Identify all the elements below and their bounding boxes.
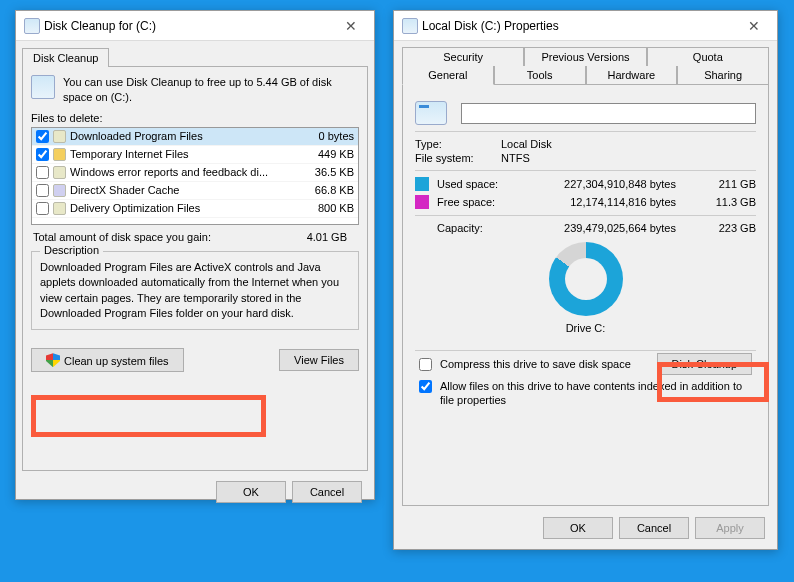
type-label: Type: — [415, 138, 501, 150]
tab-strip: SecurityPrevious VersionsQuota GeneralTo… — [402, 47, 769, 85]
tab-disk-cleanup[interactable]: Disk Cleanup — [22, 48, 109, 67]
file-icon — [53, 166, 66, 179]
capacity-label: Capacity: — [437, 222, 517, 234]
type-value: Local Disk — [501, 138, 756, 150]
view-files-button[interactable]: View Files — [279, 349, 359, 371]
file-size: 449 KB — [294, 148, 354, 160]
file-name: Delivery Optimization Files — [70, 202, 294, 214]
free-swatch — [415, 195, 429, 209]
dialog-footer: OK Cancel Apply — [394, 507, 777, 549]
compress-checkbox[interactable] — [419, 358, 432, 371]
titlebar: Disk Cleanup for (C:) ✕ — [16, 11, 374, 41]
total-value: 4.01 GB — [211, 231, 357, 243]
file-icon — [53, 184, 66, 197]
drive-name-input[interactable] — [461, 103, 756, 124]
disk-cleanup-dialog: Disk Cleanup for (C:) ✕ Disk Cleanup You… — [15, 10, 375, 500]
tab-sharing[interactable]: Sharing — [677, 66, 769, 85]
used-gb: 211 GB — [696, 178, 756, 190]
file-name: Windows error reports and feedback di... — [70, 166, 294, 178]
close-icon[interactable]: ✕ — [336, 11, 366, 41]
used-bytes: 227,304,910,848 bytes — [517, 178, 696, 190]
intro-row: You can use Disk Cleanup to free up to 5… — [31, 75, 359, 106]
tab-previous-versions[interactable]: Previous Versions — [524, 47, 646, 66]
filesystem-value: NTFS — [501, 152, 756, 164]
tab-quota[interactable]: Quota — [647, 47, 769, 66]
file-size: 66.8 KB — [294, 184, 354, 196]
dialog-footer: OK Cancel — [16, 471, 374, 513]
cancel-button[interactable]: Cancel — [292, 481, 362, 503]
file-checkbox[interactable] — [36, 184, 49, 197]
intro-text: You can use Disk Cleanup to free up to 5… — [63, 75, 359, 106]
cancel-button[interactable]: Cancel — [619, 517, 689, 539]
drive-icon — [402, 18, 418, 34]
ok-button[interactable]: OK — [543, 517, 613, 539]
filesystem-label: File system: — [415, 152, 501, 164]
drive-properties-dialog: Local Disk (C:) Properties ✕ SecurityPre… — [393, 10, 778, 550]
file-size: 800 KB — [294, 202, 354, 214]
disk-cleanup-button[interactable]: Disk Cleanup — [657, 353, 752, 375]
file-row[interactable]: Temporary Internet Files449 KB — [32, 146, 358, 164]
file-row[interactable]: Windows error reports and feedback di...… — [32, 164, 358, 182]
files-to-delete-label: Files to delete: — [31, 112, 359, 124]
free-label: Free space: — [437, 196, 517, 208]
free-bytes: 12,174,114,816 bytes — [517, 196, 696, 208]
large-drive-icon — [415, 101, 447, 125]
cleanup-system-files-button[interactable]: Clean up system files — [31, 348, 184, 372]
tab-general[interactable]: General — [402, 66, 494, 85]
capacity-gb: 223 GB — [696, 222, 756, 234]
total-label: Total amount of disk space you gain: — [33, 231, 211, 243]
file-name: Temporary Internet Files — [70, 148, 294, 160]
file-size: 36.5 KB — [294, 166, 354, 178]
description-text: Downloaded Program Files are ActiveX con… — [40, 260, 350, 322]
description-legend: Description — [40, 244, 103, 256]
file-row[interactable]: DirectX Shader Cache66.8 KB — [32, 182, 358, 200]
apply-button[interactable]: Apply — [695, 517, 765, 539]
usage-pie-chart — [549, 242, 623, 316]
file-row[interactable]: Downloaded Program Files0 bytes — [32, 128, 358, 146]
file-checkbox[interactable] — [36, 130, 49, 143]
ok-button[interactable]: OK — [216, 481, 286, 503]
close-icon[interactable]: ✕ — [739, 11, 769, 41]
capacity-bytes: 239,479,025,664 bytes — [517, 222, 696, 234]
tab-security[interactable]: Security — [402, 47, 524, 66]
file-size: 0 bytes — [294, 130, 354, 142]
general-tab-panel: Type:Local Disk File system:NTFS Used sp… — [402, 84, 769, 506]
file-list[interactable]: Downloaded Program Files0 bytesTemporary… — [31, 127, 359, 225]
window-title: Local Disk (C:) Properties — [418, 19, 739, 33]
drive-icon — [24, 18, 40, 34]
drive-name-row — [415, 101, 756, 125]
titlebar: Local Disk (C:) Properties ✕ — [394, 11, 777, 41]
tab-hardware[interactable]: Hardware — [586, 66, 678, 85]
file-icon — [53, 130, 66, 143]
file-checkbox[interactable] — [36, 166, 49, 179]
window-title: Disk Cleanup for (C:) — [40, 19, 336, 33]
file-icon — [53, 202, 66, 215]
file-checkbox[interactable] — [36, 148, 49, 161]
cleanup-drive-icon — [31, 75, 55, 99]
tab-strip: Disk Cleanup You can use Disk Cleanup to… — [22, 47, 368, 471]
tab-tools[interactable]: Tools — [494, 66, 586, 85]
allow-indexing-checkbox[interactable] — [419, 380, 432, 393]
allow-indexing-label: Allow files on this drive to have conten… — [440, 379, 756, 408]
free-gb: 11.3 GB — [696, 196, 756, 208]
drive-label: Drive C: — [566, 322, 606, 334]
file-name: Downloaded Program Files — [70, 130, 294, 142]
file-name: DirectX Shader Cache — [70, 184, 294, 196]
description-group: Description Downloaded Program Files are… — [31, 251, 359, 331]
shield-icon — [46, 353, 60, 367]
used-swatch — [415, 177, 429, 191]
used-label: Used space: — [437, 178, 517, 190]
file-row[interactable]: Delivery Optimization Files800 KB — [32, 200, 358, 218]
lock-icon — [53, 148, 66, 161]
compress-label: Compress this drive to save disk space — [440, 357, 631, 371]
file-checkbox[interactable] — [36, 202, 49, 215]
